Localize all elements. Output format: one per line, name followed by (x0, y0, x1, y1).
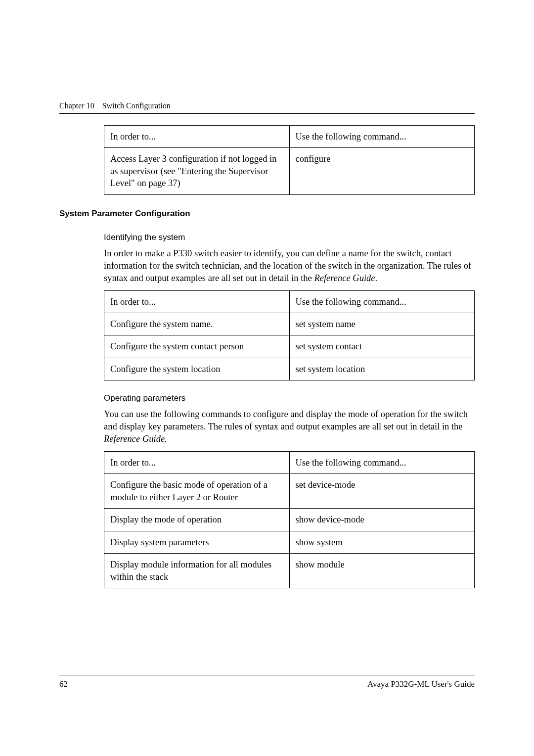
running-header: Chapter 10 Switch Configuration (59, 101, 475, 114)
table-header-cell: Use the following command... (289, 452, 475, 474)
chapter-title: Switch Configuration (102, 101, 171, 110)
paragraph-text: In order to make a P330 switch easier to… (104, 248, 471, 283)
table-cell: show system (289, 531, 475, 553)
table-header-cell: In order to... (104, 452, 290, 474)
subsection-heading: Operating parameters (104, 393, 475, 403)
table-cell: Configure the system name. (104, 313, 290, 335)
table-cell: show module (289, 554, 475, 588)
table-cell: Display the mode of operation (104, 509, 290, 531)
table-header-cell: Use the following command... (289, 126, 475, 148)
table-header-cell: In order to... (104, 126, 290, 148)
paragraph-text: You can use the following commands to co… (104, 409, 468, 431)
table-cell: set system contact (289, 335, 475, 358)
table-cell: set system location (289, 358, 475, 380)
table-cell: Configure the basic mode of operation of… (104, 474, 290, 509)
table-cell: set system name (289, 313, 475, 335)
section-heading: System Parameter Configuration (59, 209, 475, 219)
table-cell: Display module information for all modul… (104, 554, 290, 588)
paragraph-text: . (165, 434, 167, 444)
paragraph-text: . (375, 273, 378, 283)
table-cell: show device-mode (289, 509, 475, 531)
table-cell: set device-mode (289, 474, 475, 509)
page-number: 62 (59, 679, 68, 689)
document-page: Chapter 10 Switch Configuration In order… (0, 0, 534, 756)
page-content: In order to... Use the following command… (59, 125, 475, 588)
table-cell: configure (289, 148, 475, 194)
table-header-cell: Use the following command... (289, 290, 475, 313)
table-header-cell: In order to... (104, 290, 290, 313)
page-footer: 62 Avaya P332G-ML User's Guide (59, 675, 475, 689)
body-paragraph: You can use the following commands to co… (104, 408, 475, 445)
table-cell: Display system parameters (104, 531, 290, 553)
table-cell: Configure the system contact person (104, 335, 290, 358)
subsection-heading: Identifying the system (104, 233, 475, 242)
command-table-1: In order to... Use the following command… (104, 125, 475, 195)
table-cell: Access Layer 3 configuration if not logg… (104, 148, 290, 194)
document-title: Avaya P332G-ML User's Guide (367, 679, 475, 689)
chapter-number: Chapter 10 (59, 101, 94, 110)
reference-title: Reference Guide (104, 434, 165, 444)
command-table-2: In order to... Use the following command… (104, 290, 475, 381)
reference-title: Reference Guide (314, 273, 375, 283)
command-table-3: In order to... Use the following command… (104, 451, 475, 588)
table-cell: Configure the system location (104, 358, 290, 380)
body-paragraph: In order to make a P330 switch easier to… (104, 247, 475, 284)
